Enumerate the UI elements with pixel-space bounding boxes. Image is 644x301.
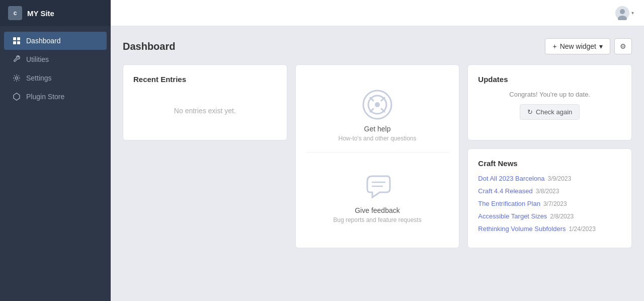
news-item: Accessible Target Sizes2/8/2023 [478, 212, 621, 220]
gear-icon: ⚙ [620, 42, 626, 50]
svg-line-11 [381, 98, 384, 101]
sidebar-item-label-utilities: Utilities [26, 55, 49, 63]
svg-rect-1 [17, 37, 20, 40]
dropdown-chevron-icon: ▾ [599, 42, 603, 50]
news-date: 3/7/2023 [543, 200, 567, 207]
svg-rect-0 [13, 37, 16, 40]
utilities-icon [12, 55, 21, 64]
get-help-icon [362, 90, 392, 120]
news-link[interactable]: Rethinking Volume Subfolders [478, 225, 566, 233]
header-actions: + New widget ▾ ⚙ [545, 38, 632, 54]
help-feedback-widget: Get help How-to's and other questions Gi… [295, 64, 460, 248]
svg-line-10 [370, 98, 373, 101]
news-date: 1/24/2023 [569, 225, 596, 233]
plugin-store-icon [12, 92, 21, 101]
no-entries-message: No entries exist yet. [133, 92, 277, 130]
updates-widget: Updates Congrats! You're up to date. ↻ C… [467, 64, 632, 140]
craft-news-list: Dot All 2023 Barcelona3/9/2023Craft 4.4 … [478, 175, 621, 233]
widgets-grid: Recent Entries No entries exist yet. [123, 64, 632, 248]
sidebar-nav: Dashboard Utilities Settings [0, 26, 111, 111]
sidebar-item-plugin-store[interactable]: Plugin Store [4, 88, 107, 106]
widget-settings-button[interactable]: ⚙ [614, 38, 632, 54]
news-link[interactable]: Accessible Target Sizes [478, 212, 547, 220]
user-menu[interactable]: ▾ [615, 6, 634, 20]
settings-icon [12, 73, 21, 83]
get-help-title: Get help [364, 125, 391, 133]
recent-entries-title: Recent Entries [133, 75, 277, 84]
feedback-icon [362, 171, 392, 201]
get-help-subtitle: How-to's and other questions [338, 135, 416, 142]
sidebar-header: c MY Site [0, 0, 111, 26]
plus-icon: + [552, 42, 556, 50]
get-help-section[interactable]: Get help How-to's and other questions [306, 80, 449, 153]
topbar: ▾ [111, 0, 644, 26]
updates-title: Updates [478, 75, 621, 84]
news-item: Dot All 2023 Barcelona3/9/2023 [478, 175, 621, 182]
content-area: Dashboard + New widget ▾ ⚙ Recent Entrie… [111, 26, 644, 301]
news-item: The Entrification Plan3/7/2023 [478, 200, 621, 207]
news-link[interactable]: Dot All 2023 Barcelona [478, 175, 544, 182]
news-item: Rethinking Volume Subfolders1/24/2023 [478, 225, 621, 233]
main-area: ▾ Dashboard + New widget ▾ ⚙ Recent Entr… [111, 0, 644, 301]
sidebar-item-label-plugin-store: Plugin Store [26, 93, 64, 101]
refresh-icon: ↻ [527, 108, 533, 116]
user-menu-chevron: ▾ [631, 10, 634, 16]
news-item: Craft 4.4 Released3/8/2023 [478, 187, 621, 195]
page-title: Dashboard [123, 41, 175, 52]
check-again-button[interactable]: ↻ Check again [520, 104, 580, 120]
sidebar-item-label-dashboard: Dashboard [26, 37, 61, 45]
craft-news-widget: Craft News Dot All 2023 Barcelona3/9/202… [467, 148, 632, 248]
craft-news-title: Craft News [478, 159, 621, 168]
dashboard-icon [12, 36, 21, 45]
content-header: Dashboard + New widget ▾ ⚙ [123, 38, 632, 54]
svg-line-13 [381, 109, 384, 112]
sidebar: c MY Site Dashboard Utilitie [0, 0, 111, 301]
sidebar-item-settings[interactable]: Settings [4, 69, 107, 87]
svg-rect-3 [17, 41, 20, 44]
check-again-label: Check again [536, 108, 572, 116]
feedback-subtitle: Bug reports and feature requests [333, 216, 421, 223]
news-date: 3/9/2023 [548, 175, 572, 182]
recent-entries-widget: Recent Entries No entries exist yet. [123, 64, 287, 140]
news-link[interactable]: The Entrification Plan [478, 200, 540, 207]
news-date: 2/8/2023 [550, 213, 574, 220]
svg-rect-2 [13, 41, 16, 44]
feedback-title: Give feedback [355, 206, 400, 214]
sidebar-item-dashboard[interactable]: Dashboard [4, 32, 107, 50]
site-logo: c [8, 6, 22, 20]
new-widget-label: New widget [560, 42, 596, 50]
sidebar-item-label-settings: Settings [26, 74, 52, 82]
new-widget-button[interactable]: + New widget ▾ [545, 38, 610, 54]
svg-line-12 [370, 109, 373, 112]
up-to-date-message: Congrats! You're up to date. [478, 91, 621, 98]
svg-point-14 [375, 102, 380, 107]
site-title: MY Site [27, 9, 54, 18]
svg-point-6 [620, 9, 625, 14]
sidebar-item-utilities[interactable]: Utilities [4, 50, 107, 68]
give-feedback-section[interactable]: Give feedback Bug reports and feature re… [306, 161, 449, 234]
news-date: 3/8/2023 [536, 188, 559, 195]
news-link[interactable]: Craft 4.4 Released [478, 187, 532, 195]
svg-point-4 [16, 77, 18, 80]
user-avatar-icon [615, 6, 629, 20]
